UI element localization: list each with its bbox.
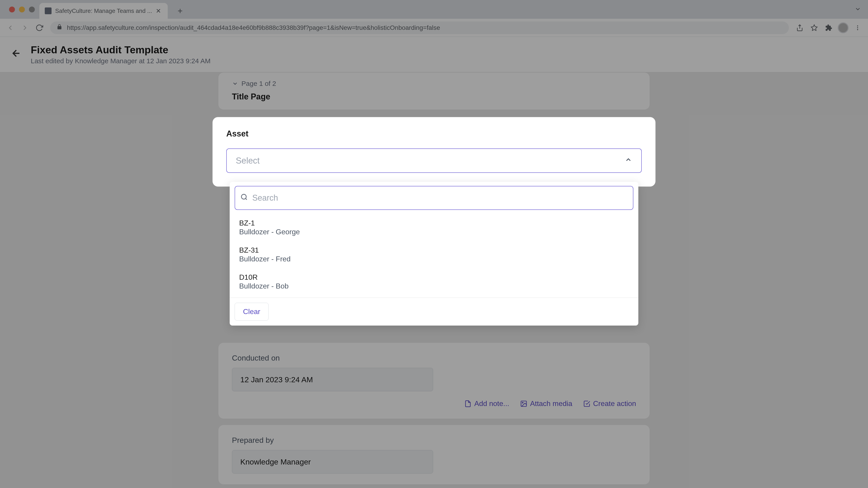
asset-dropdown: BZ-1 Bulldozer - George BZ-31 Bulldozer …	[230, 182, 638, 326]
clear-button[interactable]: Clear	[235, 303, 269, 321]
asset-search-box[interactable]	[235, 186, 633, 210]
option-desc: Bulldozer - Fred	[239, 255, 629, 263]
asset-search-input[interactable]	[252, 193, 627, 203]
svg-line-9	[246, 198, 247, 200]
option-desc: Bulldozer - George	[239, 228, 629, 236]
svg-point-8	[241, 194, 246, 199]
search-icon	[241, 193, 248, 202]
asset-label: Asset	[226, 129, 642, 138]
asset-option[interactable]: BZ-31 Bulldozer - Fred	[230, 241, 638, 268]
option-code: D10R	[239, 273, 629, 282]
option-code: BZ-1	[239, 219, 629, 227]
clear-label: Clear	[243, 307, 260, 316]
dropdown-footer: Clear	[230, 297, 638, 326]
asset-option[interactable]: D10R Bulldozer - Bob	[230, 268, 638, 295]
chevron-up-icon	[625, 156, 632, 166]
asset-option[interactable]: BZ-1 Bulldozer - George	[230, 214, 638, 241]
option-desc: Bulldozer - Bob	[239, 282, 629, 290]
app-content: Fixed Assets Audit Template Last edited …	[0, 37, 868, 488]
asset-select[interactable]: Select	[226, 149, 642, 173]
asset-card: Asset Select	[213, 117, 655, 187]
option-code: BZ-31	[239, 246, 629, 254]
asset-placeholder: Select	[236, 156, 260, 166]
